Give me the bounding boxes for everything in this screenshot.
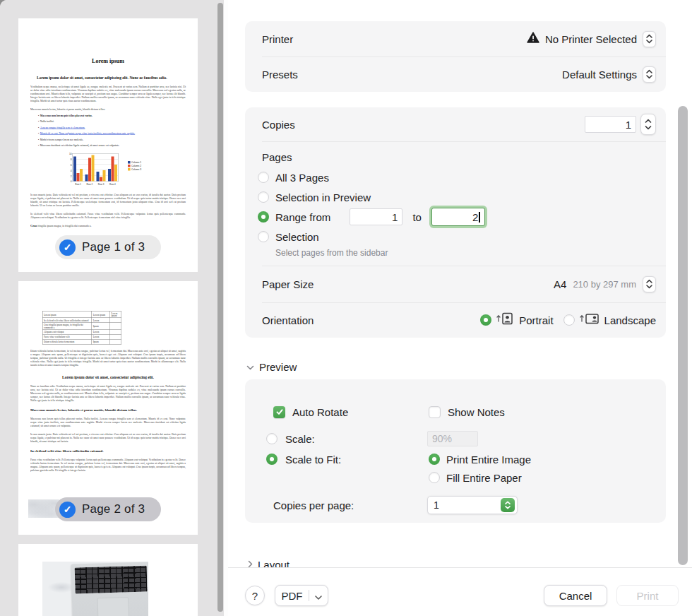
doc-paragraph: Vestibulum neque massa, scelerisque sit …: [30, 85, 186, 102]
pages-option-selection[interactable]: Selection: [245, 229, 666, 244]
portrait-icon: [496, 312, 514, 328]
copies-per-page-row: Copies per page: 1: [245, 496, 666, 514]
printer-popup[interactable]: No Printer Selected: [527, 31, 656, 47]
print-dialog-window: Lorem ipsum Lorem ipsum dolor sit amet, …: [0, 0, 692, 616]
presets-popup[interactable]: Default Settings: [562, 66, 656, 83]
copies-row: Copies 1: [245, 107, 666, 141]
radio-scale-to-fit[interactable]: [266, 454, 278, 465]
radio-portrait[interactable]: [480, 314, 491, 326]
scale-percent-input[interactable]: 90%: [427, 431, 478, 446]
range-to-input[interactable]: 2: [431, 208, 485, 226]
doc-paragraph: In non mauris justo. Duis vehicula mi ve…: [30, 432, 186, 443]
laptop-trackpad: [97, 597, 129, 616]
radio-selection[interactable]: [258, 231, 269, 242]
updown-stepper-icon: [643, 276, 656, 292]
radio-selection-in-preview[interactable]: [258, 191, 269, 203]
doc-bullet-item: •Nulla facilisi.: [38, 120, 186, 123]
page-thumbnail-1[interactable]: Lorem ipsum Lorem ipsum dolor sit amet, …: [18, 18, 198, 272]
pages-option-all[interactable]: All 3 Pages: [245, 170, 666, 185]
doc-intro: Lorem ipsum dolor sit amet, consectetur …: [30, 75, 186, 80]
table-row: Cras fringilla ipsum magna, in fringilla…: [42, 323, 121, 330]
selection-hint: Select pages from the sidebar: [275, 246, 388, 259]
table-row: Etiam vehicula luctus fermentumIpsum: [42, 339, 121, 344]
radio-label: Print Entire Image: [446, 454, 531, 466]
radio-label: Selection in Preview: [275, 191, 371, 203]
page-badge-label: Page 2 of 3: [82, 502, 145, 516]
chart-bar: [97, 172, 100, 182]
pages-option-selection-preview[interactable]: Selection in Preview: [245, 189, 666, 205]
chart-bar: [100, 177, 102, 182]
radio-range[interactable]: [258, 211, 269, 223]
radio-label: Scale:: [285, 433, 315, 445]
chart-bar: [85, 174, 88, 182]
radio-landscape[interactable]: [563, 314, 575, 326]
presets-label: Presets: [262, 69, 298, 81]
fill-entire-paper-option[interactable]: Fill Entire Paper: [245, 470, 666, 485]
radio-all-pages[interactable]: [258, 172, 269, 183]
orientation-label: Orientation: [262, 314, 314, 326]
page-1-content: Lorem ipsum Lorem ipsum dolor sit amet, …: [18, 18, 198, 272]
copies-stepper[interactable]: [640, 114, 656, 135]
copies-per-page-select[interactable]: 1: [427, 496, 518, 514]
pdf-button[interactable]: PDF: [275, 585, 328, 606]
doc-title: Lorem ipsum: [18, 58, 198, 64]
thumb-chart-legend: Column 1Column 2Column 3: [128, 161, 141, 172]
doc-bullet-list: •Maecenas non lorem quis tellus placerat…: [38, 114, 186, 147]
show-notes-option[interactable]: Show Notes: [429, 406, 505, 418]
page-3-content: [18, 544, 198, 616]
print-button[interactable]: Print: [616, 585, 679, 606]
range-from-input[interactable]: 1: [350, 208, 402, 225]
show-notes-checkbox[interactable]: [429, 406, 441, 418]
laptop-keyboard: [75, 566, 148, 594]
copies-per-page-label: Copies per page:: [273, 499, 354, 511]
orientation-landscape-option[interactable]: Landscape: [563, 312, 656, 328]
pdf-button-divider: [309, 590, 309, 601]
doc-paragraph: Fusce vitae vestibulum velit. Pellentesq…: [30, 458, 186, 472]
chart-legend-entry: Column 1: [128, 161, 141, 164]
doc-bullet-item: •Maecenas non lorem quis tellus placerat…: [38, 114, 186, 117]
dialog-footer: ? PDF Cancel Print: [228, 567, 692, 616]
pages-group-label-row: Pages: [245, 149, 666, 165]
page-thumbnail-3[interactable]: [18, 544, 198, 616]
orientation-portrait-option[interactable]: Portrait: [480, 312, 553, 328]
doc-paragraph: In eleifend velit vitae libero sollicitu…: [30, 212, 186, 219]
chart-bar: [114, 165, 117, 181]
check-circle-icon: ✓: [59, 239, 76, 256]
doc-paragraph: In non mauris justo. Duis vehicula mi ve…: [30, 193, 186, 207]
chart-bar: [108, 169, 111, 182]
chart-bar: [80, 169, 83, 182]
chevron-down-icon: [246, 360, 254, 373]
table-row: In eleifend velit vitae libero sollicitu…: [42, 318, 121, 323]
table-row: Fusce vitae vestibulum velitLorem: [42, 334, 121, 339]
sidebar-scrollbar[interactable]: [217, 3, 223, 612]
preview-disclosure[interactable]: Preview: [246, 357, 297, 376]
preview-section: Auto Rotate Show Notes Scale: 90% Scale …: [245, 379, 666, 523]
radio-print-entire-image[interactable]: [429, 454, 440, 465]
radio-fill-entire-paper[interactable]: [429, 472, 440, 483]
landscape-icon: [580, 312, 599, 328]
panel-scrollbar[interactable]: [678, 106, 688, 565]
copies-pages-section: Copies 1 Pages All 3 Pages Selection in …: [245, 107, 666, 338]
green-stepper-icon: [501, 498, 515, 512]
doc-paragraph: Maecenas non lorem quis tellus placerat …: [30, 417, 186, 427]
paper-size-popup[interactable]: A4 210 by 297 mm: [554, 276, 656, 292]
page-badge-label: Page 1 of 3: [82, 240, 145, 254]
printer-value: No Printer Selected: [545, 33, 637, 45]
radio-label: Selection: [275, 231, 319, 243]
auto-rotate-row: Auto Rotate Show Notes: [245, 403, 666, 420]
copies-input[interactable]: 1: [585, 116, 636, 133]
print-settings-panel: Printer No Printer Selected Presets Defa…: [228, 0, 692, 616]
doc-paragraph: Etiam vehicula luctus fermentum, in vel …: [30, 350, 186, 367]
radio-label: Landscape: [604, 314, 656, 326]
printer-label: Printer: [262, 33, 293, 45]
table-row: Aliquam erat volutpatLorem: [42, 329, 121, 334]
cancel-button[interactable]: Cancel: [544, 585, 607, 606]
preview-sidebar: Lorem ipsum Lorem ipsum dolor sit amet, …: [0, 0, 228, 616]
print-entire-image-option[interactable]: Print Entire Image: [429, 454, 531, 466]
radio-scale[interactable]: [266, 433, 278, 444]
page-thumbnail-2[interactable]: Lorem ipsumLorem ipsumLorem ipsumIn elei…: [18, 281, 198, 535]
auto-rotate-checkbox[interactable]: [273, 406, 285, 418]
help-button[interactable]: ?: [245, 586, 265, 605]
chart-legend-entry: Column 2: [128, 165, 141, 167]
pages-option-range[interactable]: Range from 1 to 2: [245, 208, 666, 226]
